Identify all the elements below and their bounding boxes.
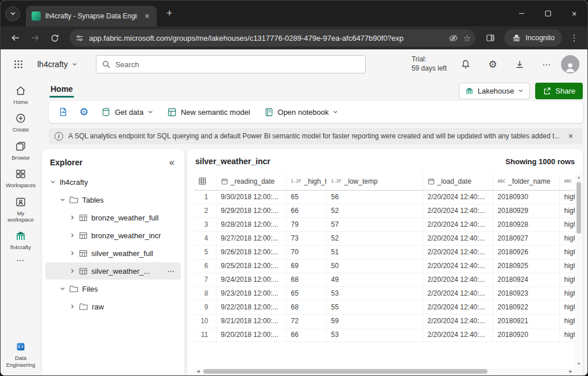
select-all-header[interactable] <box>194 173 216 190</box>
sidebar-item-workspaces[interactable]: Workspaces <box>2 165 39 191</box>
data-cell[interactable]: 20180921 <box>493 314 559 328</box>
table-row[interactable]: 49/27/2018 12:00:...73522/20/2024 12:40:… <box>194 231 575 245</box>
data-cell[interactable]: 2/20/2024 12:40:... <box>423 314 493 328</box>
data-cell[interactable]: 66 <box>286 328 326 342</box>
sidebar-item-browse[interactable]: Browse <box>2 137 39 164</box>
data-cell[interactable]: 79 <box>286 218 326 231</box>
data-cell[interactable]: 2/20/2024 12:40:... <box>423 286 493 300</box>
data-cell[interactable]: 51 <box>326 245 423 259</box>
table-row[interactable]: 79/24/2018 12:00:...68492/20/2024 12:40:… <box>194 273 575 286</box>
data-cell[interactable]: 20180923 <box>493 286 559 300</box>
data-cell[interactable]: 9/21/2018 12:00:... <box>216 314 286 328</box>
sidebar-item-home[interactable]: Home <box>2 82 39 108</box>
row-number-cell[interactable]: 8 <box>194 286 216 300</box>
data-cell[interactable]: 52 <box>326 231 423 245</box>
data-cell[interactable]: 70 <box>286 245 326 259</box>
refresh-semantic-model-button[interactable] <box>53 103 73 121</box>
split-screen-button[interactable] <box>481 29 500 47</box>
table-row[interactable]: 39/28/2018 12:00:...79572/20/2024 12:40:… <box>194 218 575 231</box>
data-cell[interactable]: 55 <box>326 300 423 314</box>
tree-item[interactable]: Tables <box>45 191 181 208</box>
data-cell[interactable]: high <box>559 314 575 328</box>
data-cell[interactable]: 65 <box>286 286 326 300</box>
tree-item[interactable]: bronze_weather_full <box>45 209 181 226</box>
data-cell[interactable]: 2/20/2024 12:40:... <box>423 245 493 259</box>
data-cell[interactable]: 20180922 <box>493 300 559 314</box>
more-options-button[interactable]: ⋯ <box>537 55 556 74</box>
downloads-button[interactable] <box>510 55 529 74</box>
data-cell[interactable]: 59 <box>326 314 423 328</box>
scroll-left-icon[interactable]: ◀ <box>194 367 202 375</box>
data-cell[interactable]: 9/29/2018 12:00:... <box>216 204 286 218</box>
data-cell[interactable]: 2/20/2024 12:40:... <box>423 190 493 204</box>
data-cell[interactable]: 9/27/2018 12:00:... <box>216 231 286 245</box>
data-cell[interactable]: 53 <box>326 328 423 342</box>
table-row[interactable]: 19/30/2018 12:00:...65562/20/2024 12:40:… <box>194 190 575 204</box>
app-launcher-button[interactable] <box>9 55 28 74</box>
vertical-scroll-thumb[interactable] <box>577 182 581 234</box>
scroll-down-icon[interactable]: ▼ <box>575 359 583 367</box>
data-cell[interactable]: 2/20/2024 12:40:... <box>423 300 493 314</box>
data-cell[interactable]: 57 <box>326 218 423 231</box>
new-semantic-model-button[interactable]: New semantic model <box>161 103 257 121</box>
share-button[interactable]: Share <box>535 83 583 99</box>
data-cell[interactable]: 9/30/2018 12:00:... <box>216 190 286 204</box>
table-row[interactable]: 29/29/2018 12:00:...66522/20/2024 12:40:… <box>194 204 575 218</box>
lakehouse-settings-button[interactable]: ⚙ <box>74 103 94 121</box>
horizontal-scroll-track[interactable] <box>202 367 567 375</box>
row-number-cell[interactable]: 2 <box>194 204 216 218</box>
sidebar-item-more[interactable]: ⋯ <box>2 255 39 265</box>
data-cell[interactable]: 73 <box>286 231 326 245</box>
row-number-cell[interactable]: 7 <box>194 273 216 286</box>
window-close-button[interactable]: × <box>561 1 587 26</box>
chevron-right-icon[interactable] <box>69 250 75 256</box>
chevron-right-icon[interactable] <box>69 232 75 238</box>
data-cell[interactable]: 9/23/2018 12:00:... <box>216 286 286 300</box>
chevron-down-icon[interactable] <box>50 179 56 185</box>
data-cell[interactable]: 9/25/2018 12:00:... <box>216 259 286 273</box>
data-cell[interactable]: 20180929 <box>493 204 559 218</box>
column-header-_reading_date[interactable]: _reading_date <box>216 173 286 190</box>
column-header-_low_temp[interactable]: 1.2F_low_temp <box>326 173 423 190</box>
data-cell[interactable]: 20180920 <box>493 328 559 342</box>
data-cell[interactable]: high <box>559 190 575 204</box>
tree-item[interactable]: raw <box>45 298 181 315</box>
address-bar[interactable]: app.fabric.microsoft.com/groups/me/lakeh… <box>69 29 475 46</box>
data-cell[interactable]: 9/26/2018 12:00:... <box>216 245 286 259</box>
account-avatar[interactable] <box>561 55 579 73</box>
data-cell[interactable]: high <box>559 218 575 231</box>
data-cell[interactable]: 9/22/2018 12:00:... <box>216 300 286 314</box>
notifications-button[interactable] <box>456 55 475 74</box>
data-cell[interactable]: 72 <box>286 314 326 328</box>
tree-item[interactable]: bronze_weather_incr <box>45 227 181 244</box>
data-cell[interactable]: 2/20/2024 12:40:... <box>423 204 493 218</box>
data-cell[interactable]: high <box>559 259 575 273</box>
tab-close-icon[interactable]: × <box>142 11 152 21</box>
table-row[interactable]: 89/23/2018 12:00:...65532/20/2024 12:40:… <box>194 286 575 300</box>
tab-home[interactable]: Home <box>48 82 76 99</box>
data-cell[interactable]: 20180925 <box>493 259 559 273</box>
tree-item[interactable]: Files <box>45 280 181 297</box>
data-cell[interactable]: high <box>559 286 575 300</box>
column-header-_load_date[interactable]: _load_date <box>423 173 493 190</box>
info-close-icon[interactable]: × <box>564 130 577 142</box>
table-row[interactable]: 69/25/2018 12:00:...69502/20/2024 12:40:… <box>194 259 575 273</box>
row-number-cell[interactable]: 4 <box>194 231 216 245</box>
data-cell[interactable]: high <box>559 300 575 314</box>
tab-list-button[interactable] <box>5 6 20 21</box>
table-row[interactable]: 119/20/2018 12:00:...66532/20/2024 12:40… <box>194 328 575 342</box>
vertical-scrollbar[interactable]: ▲ ▼ <box>575 173 583 367</box>
data-cell[interactable]: 65 <box>286 190 326 204</box>
data-cell[interactable]: 2/20/2024 12:40:... <box>423 328 493 342</box>
data-cell[interactable]: 9/20/2018 12:00:... <box>216 328 286 342</box>
data-cell[interactable]: high <box>559 328 575 342</box>
tree-item[interactable]: silver_weather_full <box>45 245 181 262</box>
data-cell[interactable]: 2/20/2024 12:40:... <box>423 259 493 273</box>
row-number-cell[interactable]: 9 <box>194 300 216 314</box>
column-header-_folder_name[interactable]: ABC_folder_name <box>493 173 559 190</box>
row-number-cell[interactable]: 5 <box>194 245 216 259</box>
workspace-switcher[interactable]: lh4crafty <box>33 56 82 72</box>
column-header-clipped[interactable]: ABC <box>559 173 575 190</box>
data-cell[interactable]: 2/20/2024 12:40:... <box>423 273 493 286</box>
data-cell[interactable]: high <box>559 273 575 286</box>
